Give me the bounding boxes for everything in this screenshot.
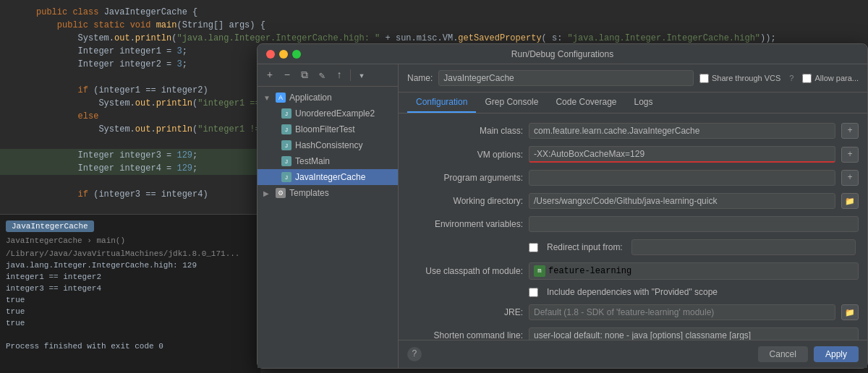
console-line: integer1 == integer2 [6,271,255,283]
vm-options-label: VM options: [407,150,523,160]
tree-item-bloom[interactable]: J BloomFilterTest [258,121,398,137]
breadcrumb: JavaIntegerCache › main() [6,236,255,245]
templates-group[interactable]: ▶ ⚙ Templates [258,185,398,201]
program-args-expand-button[interactable]: + [841,170,859,186]
dialog-body: + − ⧉ ✎ ↑ ▾ ▼ A Application [258,64,867,368]
dialog-tabs: Configuration Grep Console Code Coverage… [399,93,867,113]
code-line: public static void main(String[] args) { [0,19,868,32]
allow-parallel-checkbox[interactable] [802,74,812,83]
module-icon: m [534,265,545,277]
application-label: Application [289,93,332,103]
working-dir-browse-button[interactable]: 📁 [841,193,859,209]
tab-configuration[interactable]: Configuration [407,93,476,113]
classpath-row: Use classpath of module: m feature-learn… [399,259,867,283]
template-icon: ⚙ [276,188,286,198]
main-class-input[interactable] [529,123,835,139]
application-icon: A [275,92,286,103]
tree-item-javainteger[interactable]: J JavaIntegerCache [258,169,398,185]
env-vars-label: Environment variables: [407,219,523,229]
jre-label: JRE: [407,307,523,317]
share-vcs-label[interactable]: Share through VCS [699,74,780,83]
console-path: /Library/Java/JavaVirtualMachines/jdk1.8… [6,248,255,260]
share-vcs-checkbox[interactable] [699,74,709,83]
config-icon: J [281,140,292,151]
application-group[interactable]: ▼ A Application [258,90,398,106]
config-form: Main class: + VM options: + Program argu… [399,113,867,340]
tree-item-label: UnorderedExample2 [295,108,375,119]
working-dir-label: Working directory: [407,196,523,206]
vm-options-expand-button[interactable]: + [841,147,859,163]
move-up-button[interactable]: ↑ [331,67,347,83]
tree-item-hash[interactable]: J HashConsistency [258,137,398,153]
cancel-button[interactable]: Cancel [758,346,808,362]
remove-config-button[interactable]: − [279,67,295,83]
jre-row: JRE: Default (1.8 - SDK of 'feature-lear… [399,301,867,324]
config-icon: J [281,155,292,167]
console-line: true [6,306,255,317]
templates-icon: ⚙ [275,187,286,199]
dialog-titlebar: Run/Debug Configurations [258,44,867,64]
main-class-label: Main class: [407,126,523,136]
classpath-value: feature-learning [548,266,631,276]
add-config-button[interactable]: + [262,67,278,83]
redirect-input[interactable] [631,239,856,255]
name-label: Name: [407,73,433,83]
env-vars-input[interactable] [529,216,859,232]
minimize-button[interactable] [279,50,288,59]
app-icon: A [276,93,286,103]
java-icon: J [281,156,292,166]
console-line: java.lang.Integer.IntegerCache.high: 129 [6,260,255,271]
tab-logs[interactable]: Logs [626,93,662,113]
main-class-expand-button[interactable]: + [841,123,859,139]
run-tab-label: JavaIntegerCache [12,222,88,231]
shorten-label: Shorten command line: [407,330,523,340]
tree-item-label: BloomFilterTest [295,124,355,134]
run-tab[interactable]: JavaIntegerCache [6,220,94,232]
breadcrumb-method: main() [96,236,125,245]
help-button[interactable]: ? [407,347,422,361]
config-icon: J [281,108,292,119]
include-deps-label: Include dependencies with "Provided" sco… [547,287,718,297]
console-line: Process finished with exit code 0 [6,340,255,352]
jre-browse-button[interactable]: 📁 [841,304,859,320]
shorten-input[interactable] [529,327,859,340]
allow-parallel-label[interactable]: Allow para... [802,74,859,83]
tab-grep-console[interactable]: Grep Console [476,93,547,113]
shorten-row: Shorten command line: [399,324,867,340]
templates-label: Templates [289,188,329,198]
tree-item-testmain[interactable]: J TestMain [258,153,398,169]
toolbar-separator [350,69,351,81]
name-checkboxes: Share through VCS ? Allow para... [699,74,859,83]
footer-buttons: Cancel Apply [758,346,859,362]
bottom-panel: JavaIntegerCache JavaIntegerCache › main… [0,214,260,373]
help-icon[interactable]: ? [789,74,793,82]
more-button[interactable]: ▾ [354,67,370,83]
working-dir-input[interactable] [529,193,835,209]
name-row: Name: Share through VCS ? Allow para... [399,64,867,93]
close-button[interactable] [266,50,275,59]
edit-config-button[interactable]: ✎ [314,67,330,83]
copy-config-button[interactable]: ⧉ [297,67,312,83]
name-input[interactable] [438,70,694,86]
vm-options-input[interactable] [529,146,835,163]
tab-bar: JavaIntegerCache [6,220,255,232]
classpath-input-wrapper: m feature-learning [529,262,859,280]
java-icon: J [281,124,292,134]
expand-icon: ▼ [263,94,272,102]
jre-input-wrapper: Default (1.8 - SDK of 'feature-learning'… [529,304,835,320]
program-args-input[interactable] [529,170,835,186]
maximize-button[interactable] [292,50,301,59]
include-deps-checkbox[interactable] [529,288,538,297]
config-icon: J [281,171,292,183]
dialog-footer: ? Cancel Apply [399,340,867,368]
redirect-checkbox[interactable] [529,243,538,252]
apply-button[interactable]: Apply [814,346,859,362]
tree-item-unordered[interactable]: J UnorderedExample2 [258,106,398,121]
console-line: integer3 == integer4 [6,283,255,294]
redirect-label: Redirect input from: [547,242,623,252]
share-vcs-text: Share through VCS [712,74,780,82]
tree-item-label: JavaIntegerCache [295,172,365,182]
java-icon: J [281,140,292,150]
working-dir-row: Working directory: 📁 [399,189,867,213]
tab-code-coverage[interactable]: Code Coverage [547,93,625,113]
